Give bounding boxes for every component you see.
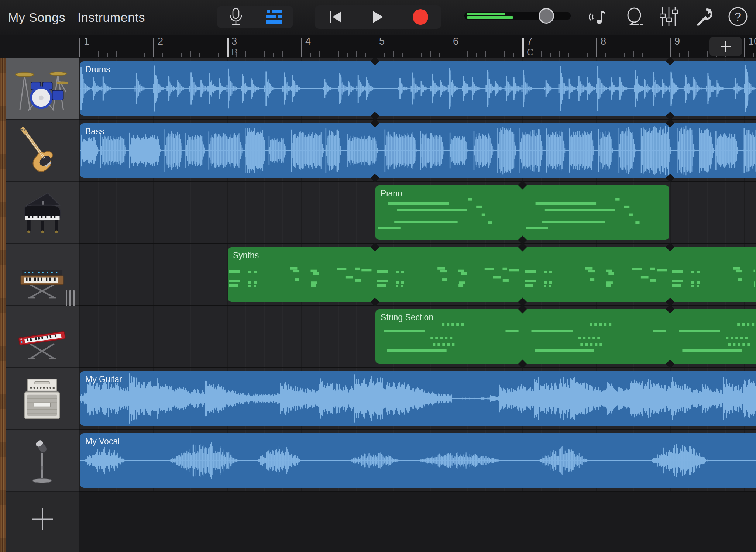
beat-tick xyxy=(319,51,320,57)
play-button[interactable] xyxy=(357,5,399,29)
waveform-canvas xyxy=(80,433,756,488)
wood-edge-strip xyxy=(0,58,6,552)
beat-tick xyxy=(615,51,615,57)
my-songs-button[interactable]: My Songs xyxy=(8,0,65,35)
measure-number: 10 xyxy=(748,36,756,47)
region-bass[interactable]: Bass xyxy=(80,123,756,178)
beat-tick xyxy=(707,51,708,57)
garageband-tracks-view: My Songs Instruments xyxy=(0,0,756,552)
microphone-view-icon xyxy=(228,7,244,27)
beat-tick xyxy=(430,51,431,57)
waveform-canvas xyxy=(80,371,756,426)
record-button[interactable] xyxy=(399,5,441,29)
beat-tick xyxy=(292,53,292,57)
beat-tick xyxy=(661,53,662,57)
record-icon xyxy=(412,9,429,25)
measure-number: 2 xyxy=(158,36,163,47)
beat-tick xyxy=(550,53,551,57)
beat-tick xyxy=(605,53,606,57)
region-label: Synths xyxy=(233,251,259,261)
loop-browser-button[interactable] xyxy=(623,4,647,29)
drum-kit-icon xyxy=(14,65,70,113)
beat-tick xyxy=(679,53,680,57)
beat-tick xyxy=(126,53,126,57)
beat-tick xyxy=(245,51,246,57)
measure-tick xyxy=(375,38,375,57)
beat-tick xyxy=(329,53,329,57)
track-header-string-section[interactable] xyxy=(6,306,79,368)
waveform-canvas xyxy=(80,123,756,178)
beat-tick xyxy=(384,53,385,57)
tracks-view-button[interactable] xyxy=(255,6,293,28)
region-label: Piano xyxy=(381,189,402,199)
region-my-guitar[interactable]: My Guitar xyxy=(80,371,756,426)
measure-number: 3 xyxy=(231,36,237,47)
region-piano[interactable]: Piano xyxy=(375,185,669,240)
beat-tick xyxy=(347,53,348,57)
stage-keyboard-icon xyxy=(14,313,70,360)
grand-piano-icon xyxy=(14,189,70,237)
beat-tick xyxy=(568,53,569,57)
beat-tick xyxy=(698,53,698,57)
microphone-view-button[interactable] xyxy=(217,6,255,28)
beat-tick xyxy=(144,53,145,57)
loop-browser-icon xyxy=(624,6,646,27)
region-my-vocal[interactable]: My Vocal xyxy=(80,433,756,488)
region-drums[interactable]: Drums xyxy=(80,61,756,116)
beat-tick xyxy=(541,51,542,57)
beat-tick xyxy=(485,51,486,57)
beat-tick xyxy=(652,51,652,57)
region-label: My Guitar xyxy=(85,375,122,384)
track-header-piano[interactable] xyxy=(6,182,79,244)
settings-wrench-icon xyxy=(695,6,716,27)
track-header-resize-handle[interactable] xyxy=(66,290,79,306)
beat-tick xyxy=(412,51,412,57)
beat-tick xyxy=(356,51,357,57)
beat-tick xyxy=(365,53,366,57)
beat-tick xyxy=(402,53,403,57)
volume-knob[interactable] xyxy=(539,8,554,24)
track-header-my-guitar[interactable] xyxy=(6,368,79,430)
measure-number: 1 xyxy=(84,36,89,47)
beat-tick xyxy=(273,53,274,57)
toolbar: My Songs Instruments xyxy=(0,0,756,35)
guitar-amp-icon xyxy=(14,375,70,422)
transport-controls xyxy=(315,5,441,29)
tracks-view-icon xyxy=(265,10,283,24)
microphone-icon xyxy=(14,437,70,484)
midi-notes-canvas xyxy=(375,185,669,240)
fx-sound-button[interactable] xyxy=(585,4,609,29)
mixer-button[interactable] xyxy=(657,4,681,29)
measure-number: 7 xyxy=(527,36,532,47)
instruments-button[interactable]: Instruments xyxy=(78,0,145,35)
level-meter-right xyxy=(467,16,513,19)
region-synths[interactable]: Synths xyxy=(228,247,756,302)
beat-tick xyxy=(633,51,634,57)
measure-tick xyxy=(301,38,302,57)
measure-tick xyxy=(522,38,524,57)
bass-guitar-icon xyxy=(14,127,70,175)
track-header-bass[interactable] xyxy=(6,120,79,182)
help-icon: ? xyxy=(728,6,748,27)
measure-tick xyxy=(744,38,745,57)
add-section-button[interactable] xyxy=(709,37,742,56)
track-header-my-vocal[interactable] xyxy=(6,430,79,492)
measure-tick xyxy=(596,38,597,57)
beat-tick xyxy=(190,51,191,57)
measure-tick xyxy=(79,38,80,57)
rewind-button[interactable] xyxy=(315,5,357,29)
region-string-section[interactable]: String Section xyxy=(375,309,756,364)
settings-wrench-button[interactable] xyxy=(693,4,718,29)
track-header-drums[interactable] xyxy=(6,58,79,120)
timeline-ruler[interactable]: 123B4567C8910 xyxy=(79,35,756,58)
master-volume-slider[interactable] xyxy=(464,12,571,20)
beat-tick xyxy=(532,53,532,57)
beat-tick xyxy=(218,53,219,57)
add-track-button[interactable] xyxy=(31,507,54,531)
plus-icon xyxy=(31,508,54,531)
beat-tick xyxy=(107,53,108,57)
help-button[interactable]: ? xyxy=(726,4,750,29)
measure-number: 4 xyxy=(305,36,311,47)
track-lane-row: Synths xyxy=(79,244,756,306)
track-lane-row: String Section xyxy=(79,306,756,368)
